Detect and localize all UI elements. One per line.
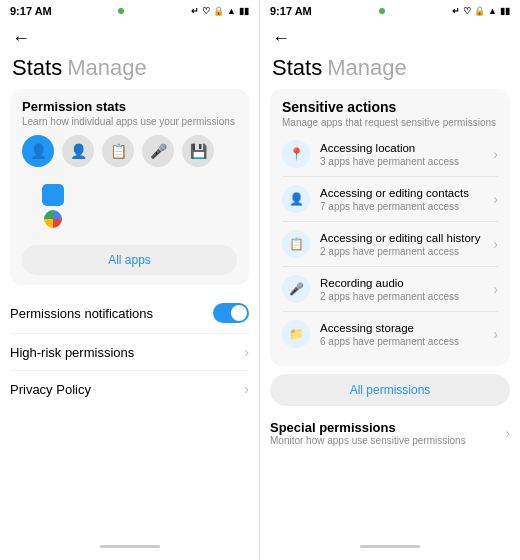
accessing-location-title: Accessing location (320, 141, 483, 156)
left-back-button[interactable]: ← (12, 28, 30, 48)
accessing-storage-title: Accessing storage (320, 321, 483, 336)
audio-icon: 🎤 (282, 275, 310, 303)
permissions-notifications-item[interactable]: Permissions notifications (10, 293, 249, 334)
special-row[interactable]: Special permissions Monitor how apps use… (270, 420, 510, 446)
battery-icon: ▮▮ (239, 6, 249, 16)
high-risk-item[interactable]: High-risk permissions › (10, 334, 249, 371)
storage-chevron: › (493, 326, 498, 342)
wifi-icon: ▲ (227, 6, 236, 16)
r-wifi-icon: ▲ (488, 6, 497, 16)
right-status-bar: 9:17 AM ↵ ♡ 🔒 ▲ ▮▮ (260, 0, 520, 22)
special-permissions-title: Special permissions (270, 420, 466, 435)
left-list: Permissions notifications High-risk perm… (10, 293, 249, 407)
mic-perm-icon[interactable]: 🎤 (142, 135, 174, 167)
right-status-dot (379, 8, 385, 14)
right-title-manage: Manage (327, 55, 407, 81)
left-status-icons: ↵ ♡ 🔒 ▲ ▮▮ (191, 6, 249, 16)
accessing-contacts-item[interactable]: 👤 Accessing or editing contacts 7 apps h… (282, 177, 498, 222)
r-lock-icon: 🔒 (474, 6, 485, 16)
location-icon: 📍 (282, 140, 310, 168)
sensitive-subtitle: Manage apps that request sensitive permi… (282, 117, 498, 128)
location-perm-icon[interactable]: 👤 (22, 135, 54, 167)
sensitive-title: Sensitive actions (282, 99, 498, 115)
right-title-stats: Stats (272, 55, 322, 81)
right-panel: 9:17 AM ↵ ♡ 🔒 ▲ ▮▮ ← Stats Manage Sensit… (260, 0, 520, 560)
recording-audio-sub: 2 apps have permanent access (320, 291, 483, 302)
accessing-location-sub: 3 apps have permanent access (320, 156, 483, 167)
doc-perm-icon[interactable]: 📋 (102, 135, 134, 167)
heart-icon: ♡ (202, 6, 210, 16)
copy-perm-icon[interactable]: 💾 (182, 135, 214, 167)
left-top-nav: ← (0, 22, 259, 51)
accessing-call-history-item[interactable]: 📋 Accessing or editing call history 2 ap… (282, 222, 498, 267)
user-perm-icon[interactable]: 👤 (62, 135, 94, 167)
app-icons-area (42, 177, 237, 237)
card-subtitle: Learn how individual apps use your permi… (22, 116, 237, 127)
accessing-contacts-sub: 7 apps have permanent access (320, 201, 483, 212)
all-apps-button[interactable]: All apps (22, 245, 237, 275)
contacts-icon: 👤 (282, 185, 310, 213)
location-chevron: › (493, 146, 498, 162)
accessing-storage-item[interactable]: 📁 Accessing storage 6 apps have permanen… (282, 312, 498, 356)
special-permissions-subtitle: Monitor how apps use sensitive permissio… (270, 435, 466, 446)
recording-audio-text: Recording audio 2 apps have permanent ac… (320, 276, 483, 302)
accessing-contacts-text: Accessing or editing contacts 7 apps hav… (320, 186, 483, 212)
left-status-dot (118, 8, 124, 14)
app-icon-blue (42, 184, 64, 206)
r-battery-icon: ▮▮ (500, 6, 510, 16)
toggle-right (213, 303, 249, 323)
special-permissions-section: Special permissions Monitor how apps use… (260, 414, 520, 446)
accessing-location-item[interactable]: 📍 Accessing location 3 apps have permane… (282, 132, 498, 177)
left-status-bar: 9:17 AM ↵ ♡ 🔒 ▲ ▮▮ (0, 0, 259, 22)
permission-icon-row: 👤 👤 📋 🎤 💾 (22, 135, 237, 167)
permissions-notifications-label: Permissions notifications (10, 306, 213, 321)
high-risk-label: High-risk permissions (10, 345, 244, 360)
contacts-chevron: › (493, 191, 498, 207)
high-risk-chevron: › (244, 344, 249, 360)
permission-stats-card: Permission stats Learn how individual ap… (10, 89, 249, 285)
right-bottom-bar (360, 545, 420, 548)
privacy-policy-chevron: › (244, 381, 249, 397)
sensitive-actions-card: Sensitive actions Manage apps that reque… (270, 89, 510, 366)
call-history-icon: 📋 (282, 230, 310, 258)
audio-chevron: › (493, 281, 498, 297)
accessing-storage-sub: 6 apps have permanent access (320, 336, 483, 347)
app-icon-google (42, 208, 64, 230)
accessing-storage-text: Accessing storage 6 apps have permanent … (320, 321, 483, 347)
privacy-policy-item[interactable]: Privacy Policy › (10, 371, 249, 407)
left-panel-content: Permission stats Learn how individual ap… (0, 89, 259, 545)
r-bluetooth-icon: ↵ (452, 6, 460, 16)
call-history-chevron: › (493, 236, 498, 252)
all-permissions-button[interactable]: All permissions (270, 374, 510, 406)
left-page-title: Stats Manage (0, 51, 259, 89)
right-time: 9:17 AM (270, 5, 312, 17)
special-text: Special permissions Monitor how apps use… (270, 420, 466, 446)
lock-icon: 🔒 (213, 6, 224, 16)
accessing-call-history-text: Accessing or editing call history 2 apps… (320, 231, 483, 257)
accessing-location-text: Accessing location 3 apps have permanent… (320, 141, 483, 167)
recording-audio-item[interactable]: 🎤 Recording audio 2 apps have permanent … (282, 267, 498, 312)
right-status-icons: ↵ ♡ 🔒 ▲ ▮▮ (452, 6, 510, 16)
permissions-toggle[interactable] (213, 303, 249, 323)
left-panel: 9:17 AM ↵ ♡ 🔒 ▲ ▮▮ ← Stats Manage Permis… (0, 0, 260, 560)
right-top-nav: ← (260, 22, 520, 51)
privacy-policy-label: Privacy Policy (10, 382, 244, 397)
accessing-contacts-title: Accessing or editing contacts (320, 186, 483, 201)
left-title-stats: Stats (12, 55, 62, 81)
storage-icon: 📁 (282, 320, 310, 348)
card-title: Permission stats (22, 99, 237, 114)
right-back-button[interactable]: ← (272, 28, 290, 48)
accessing-call-history-title: Accessing or editing call history (320, 231, 483, 246)
left-time: 9:17 AM (10, 5, 52, 17)
special-chevron: › (505, 425, 510, 441)
bluetooth-icon: ↵ (191, 6, 199, 16)
recording-audio-title: Recording audio (320, 276, 483, 291)
left-bottom-bar (100, 545, 160, 548)
r-heart-icon: ♡ (463, 6, 471, 16)
right-page-title: Stats Manage (260, 51, 520, 89)
left-title-manage: Manage (67, 55, 147, 81)
accessing-call-history-sub: 2 apps have permanent access (320, 246, 483, 257)
